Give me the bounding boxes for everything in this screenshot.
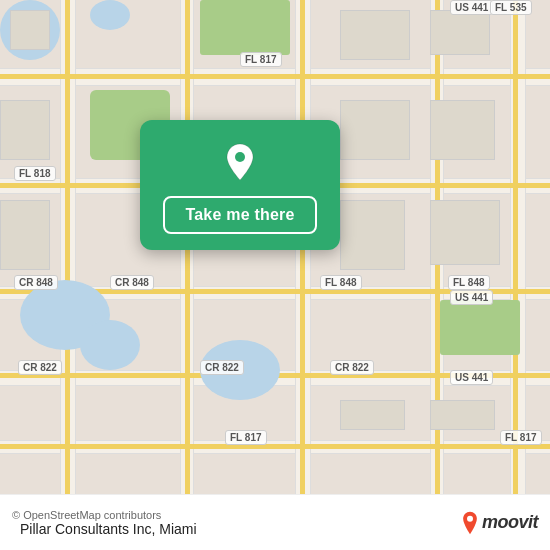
label-cr848-left: CR 848 bbox=[14, 275, 58, 290]
label-cr822-mid: CR 822 bbox=[200, 360, 244, 375]
moovit-logo: moovit bbox=[460, 511, 538, 535]
block-6 bbox=[340, 200, 405, 270]
label-cr822-left: CR 822 bbox=[18, 360, 62, 375]
label-fl817-mid: FL 817 bbox=[500, 430, 542, 445]
bottom-bar: © OpenStreetMap contributors Pillar Cons… bbox=[0, 494, 550, 550]
block-4 bbox=[340, 100, 410, 160]
place-name: Pillar Consultants Inc, Miami bbox=[20, 521, 460, 537]
yellow-road-v1 bbox=[65, 0, 70, 550]
park-3 bbox=[440, 300, 520, 355]
yellow-road-v4 bbox=[435, 0, 440, 550]
yellow-road-v3 bbox=[300, 0, 305, 550]
block-3 bbox=[430, 10, 490, 55]
water-5 bbox=[90, 0, 130, 30]
label-fl818: FL 818 bbox=[14, 166, 56, 181]
svg-point-0 bbox=[235, 152, 245, 162]
yellow-road-h5 bbox=[0, 444, 550, 449]
label-fl848-far: FL 848 bbox=[448, 275, 490, 290]
block-5 bbox=[430, 100, 495, 160]
map-attribution: © OpenStreetMap contributors bbox=[12, 509, 460, 521]
block-1 bbox=[10, 10, 50, 50]
label-us441-bot: US 441 bbox=[450, 370, 493, 385]
label-fl535: FL 535 bbox=[490, 0, 532, 15]
label-fl848-right: FL 848 bbox=[320, 275, 362, 290]
location-card: Take me there bbox=[140, 120, 340, 250]
park-2 bbox=[200, 0, 290, 55]
block-9 bbox=[430, 400, 495, 430]
block-7 bbox=[430, 200, 500, 265]
block-10 bbox=[0, 100, 50, 160]
block-8 bbox=[340, 400, 405, 430]
svg-point-1 bbox=[467, 515, 473, 521]
label-cr822-right: CR 822 bbox=[330, 360, 374, 375]
take-me-there-button[interactable]: Take me there bbox=[163, 196, 316, 234]
yellow-road-h1 bbox=[0, 74, 550, 79]
moovit-text: moovit bbox=[482, 512, 538, 533]
label-us441-top: US 441 bbox=[450, 0, 493, 15]
location-pin-icon bbox=[218, 140, 262, 184]
label-fl817-bot: FL 817 bbox=[225, 430, 267, 445]
label-fl817-top: FL 817 bbox=[240, 52, 282, 67]
water-2 bbox=[80, 320, 140, 370]
label-us441-mid: US 441 bbox=[450, 290, 493, 305]
map-container: FL 817 FL 818 FL 8 CR 848 CR 848 FL 848 … bbox=[0, 0, 550, 550]
yellow-road-v2 bbox=[185, 0, 190, 550]
label-cr848-mid: CR 848 bbox=[110, 275, 154, 290]
block-11 bbox=[0, 200, 50, 270]
yellow-road-v5 bbox=[513, 0, 518, 550]
block-2 bbox=[340, 10, 410, 60]
